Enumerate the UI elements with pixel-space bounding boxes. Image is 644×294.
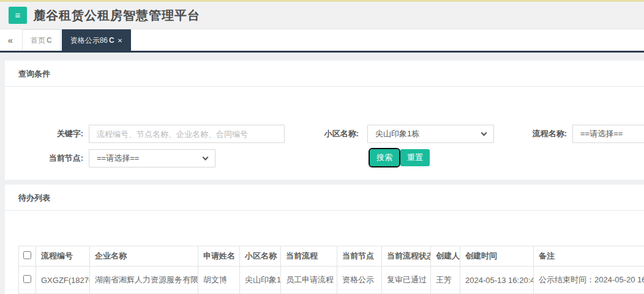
todo-table-wrap: 流程编号企业名称申请姓名小区名称当前流程当前节点当前流程状态创建人创建时间备注 … [5, 211, 644, 294]
table-cell: 2024-05-13 16:20:48 [460, 266, 534, 294]
select-all-checkbox[interactable] [23, 251, 31, 259]
column-header: 流程编号 [36, 246, 90, 266]
chevron-down-icon [481, 130, 487, 136]
table-cell: 王芳 [431, 266, 460, 294]
tab-home-label: 首页 [31, 35, 45, 46]
table-cell: 员工申请流程 [281, 266, 337, 294]
table-cell: 公示结束时间：2024-05-20 16:53:48 [534, 266, 644, 294]
app-title: 麓谷租赁公租房智慧管理平台 [33, 7, 200, 24]
column-header: 申请姓名 [198, 246, 240, 266]
column-header: 企业名称 [90, 246, 198, 266]
node-label: 当前节点: [5, 149, 83, 167]
community-select[interactable]: 尖山印象1栋 [367, 125, 494, 143]
community-label: 小区名称: [286, 125, 359, 143]
todo-panel: 待办列表 流程编号企业名称申请姓名小区名称当前流程当前节点当前流程状态创建人创建… [5, 185, 644, 294]
community-select-value: 尖山印象1栋 [375, 129, 419, 138]
tab-home[interactable]: 首页 C [22, 29, 61, 51]
node-select-value: ==请选择== [97, 153, 139, 163]
process-label: 流程名称: [512, 125, 567, 143]
tab-qualification-label: 资格公示86 [70, 35, 108, 46]
column-header: 小区名称 [240, 246, 281, 266]
row-checkbox[interactable] [23, 275, 31, 283]
close-icon[interactable]: ✕ [118, 37, 122, 44]
query-form: 关键字: 小区名称: 尖山印象1栋 流程名称: ==请选择== 当前节点: ==… [5, 87, 644, 180]
column-header: 当前流程状态 [382, 246, 431, 266]
app-header: ≡ 麓谷租赁公租房智慧管理平台 [0, 2, 644, 29]
query-panel-title: 查询条件 [5, 61, 644, 87]
todo-table: 流程编号企业名称申请姓名小区名称当前流程当前节点当前流程状态创建人创建时间备注 … [18, 246, 644, 294]
refresh-icon[interactable]: C [109, 36, 114, 45]
table-cell: 复审已通过 [382, 266, 431, 294]
row-checkbox-cell [19, 266, 36, 294]
table-row: GXGZF(18270)湖南省湘辉人力资源服务有限公司胡文博尖山印象1栋员工申请… [19, 266, 644, 294]
search-button[interactable]: 搜索 [370, 149, 399, 166]
page-content: 查询条件 关键字: 小区名称: 尖山印象1栋 流程名称: ==请选择== 当前节… [0, 53, 644, 294]
refresh-icon[interactable]: C [47, 36, 52, 45]
chevron-down-icon [203, 155, 209, 161]
column-header: 创建时间 [460, 246, 534, 266]
table-cell: 湖南省湘辉人力资源服务有限公司 [90, 266, 198, 294]
table-body: GXGZF(18270)湖南省湘辉人力资源服务有限公司胡文博尖山印象1栋员工申请… [19, 266, 644, 294]
collapse-tabs-icon[interactable]: « [0, 29, 21, 51]
column-header: 当前节点 [337, 246, 382, 266]
select-all-cell [19, 246, 36, 266]
node-select[interactable]: ==请选择== [89, 149, 215, 167]
query-panel: 查询条件 关键字: 小区名称: 尖山印象1栋 流程名称: ==请选择== 当前节… [5, 61, 644, 180]
process-select-value: ==请选择== [580, 129, 623, 138]
table-cell: 资格公示 [337, 266, 382, 294]
column-header: 当前流程 [281, 246, 337, 266]
tab-qualification-publicity[interactable]: 资格公示86 C ✕ [62, 29, 131, 51]
keyword-input[interactable] [89, 125, 285, 143]
hamburger-icon: ≡ [15, 7, 21, 24]
todo-panel-title: 待办列表 [5, 185, 644, 211]
table-header-row: 流程编号企业名称申请姓名小区名称当前流程当前节点当前流程状态创建人创建时间备注 [19, 246, 644, 266]
keyword-label: 关键字: [5, 125, 83, 143]
table-cell: 尖山印象1栋 [240, 266, 281, 294]
table-cell: 胡文博 [198, 266, 240, 294]
table-cell: GXGZF(18270) [36, 266, 90, 294]
tab-bar: « 首页 C 资格公示86 C ✕ [0, 29, 644, 53]
column-header: 创建人 [431, 246, 460, 266]
process-select[interactable]: ==请选择== [572, 125, 644, 143]
reset-button[interactable]: 重置 [400, 149, 430, 166]
menu-toggle-button[interactable]: ≡ [9, 7, 27, 24]
column-header: 备注 [534, 246, 644, 266]
